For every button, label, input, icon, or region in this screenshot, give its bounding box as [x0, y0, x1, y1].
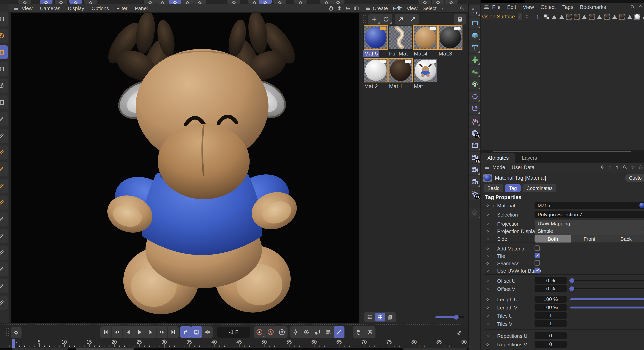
keyframe-dot[interactable]	[485, 221, 490, 227]
globe-button[interactable]: ST	[469, 127, 480, 139]
film-frame-button[interactable]	[191, 326, 202, 338]
maximize-view-icon[interactable]	[352, 5, 361, 12]
viewport-menu-cameras[interactable]: Cameras	[39, 6, 62, 12]
material-item[interactable]	[389, 59, 412, 82]
section-tab-basic[interactable]: Basic	[484, 184, 503, 192]
undo-button[interactable]	[0, 79, 8, 93]
pan-hand-icon[interactable]	[327, 5, 335, 12]
tab-layers[interactable]: Layers	[515, 153, 544, 162]
object-menu-icon[interactable]	[482, 3, 491, 11]
polygons-mode-button[interactable]	[168, 0, 181, 4]
assign-material-button[interactable]	[395, 14, 407, 25]
keyframe-dot[interactable]	[485, 313, 490, 319]
material-menu-view[interactable]: View	[406, 6, 419, 12]
material-menu-icon[interactable]	[364, 5, 372, 12]
checkbox[interactable]	[534, 253, 540, 258]
tag-tri-icon[interactable]	[626, 14, 633, 20]
key-scale-button[interactable]	[312, 326, 323, 338]
edit-object-icon[interactable]	[518, 13, 522, 20]
chevron-tool-a-button[interactable]	[181, 0, 194, 4]
swap-arrows-button[interactable]	[0, 62, 8, 76]
object-menu-object[interactable]: Object	[540, 4, 557, 10]
attribute-menu-icon[interactable]	[482, 163, 491, 171]
field-value[interactable]: Simple	[534, 227, 644, 235]
screen-tool-button[interactable]	[418, 0, 431, 4]
magnet-tool-button[interactable]	[0, 246, 8, 260]
tag-sphere-white-icon[interactable]	[634, 14, 640, 20]
slider-value[interactable]: 0 %	[534, 285, 567, 292]
tag-tri-icon[interactable]	[642, 14, 644, 20]
object-menu-edit[interactable]: Edit	[506, 4, 518, 10]
current-frame-field[interactable]: -1 F	[218, 327, 250, 337]
eyedropper-button[interactable]	[407, 14, 419, 25]
filter-icon[interactable]	[629, 163, 637, 171]
key-position-button[interactable]	[290, 326, 301, 338]
particles-gear-button[interactable]	[469, 79, 480, 90]
edit-hexagon-button[interactable]	[469, 208, 480, 219]
viewport-menu-view[interactable]: View	[20, 6, 34, 12]
attribute-menu-user-data[interactable]: User Data	[510, 164, 536, 170]
tag-sphere-dark-icon[interactable]	[604, 14, 610, 20]
pin-tool-button[interactable]	[228, 0, 240, 4]
number-value[interactable]: 1	[534, 320, 567, 327]
material-item[interactable]	[414, 26, 437, 49]
record-keyframe-button[interactable]	[254, 326, 265, 338]
object-menu-tags[interactable]: Tags	[561, 4, 574, 10]
next-key-button[interactable]	[156, 326, 168, 338]
material-item[interactable]	[364, 26, 388, 49]
tag-tri-icon[interactable]	[551, 14, 557, 20]
nurbs-ellipse-button[interactable]	[469, 54, 480, 65]
expander-icon[interactable]	[491, 203, 496, 208]
target-tool-button[interactable]	[273, 0, 286, 4]
expand-timeline-button[interactable]	[455, 328, 464, 337]
sound-button[interactable]	[202, 326, 213, 338]
layer-view-button[interactable]	[385, 313, 395, 321]
playhead[interactable]	[12, 339, 15, 348]
poly-c-button[interactable]	[0, 196, 8, 210]
panel-tab[interactable]	[481, 0, 525, 3]
material-menu-more[interactable]: ›	[440, 6, 444, 12]
previous-key-button[interactable]	[111, 326, 122, 338]
poly-b-button[interactable]	[0, 179, 8, 193]
tag-tri-icon[interactable]	[596, 14, 602, 20]
previous-frame-button[interactable]	[122, 326, 134, 338]
go-to-start-button[interactable]	[100, 326, 111, 338]
model-mode-button[interactable]	[40, 0, 52, 4]
keyframe-dot[interactable]	[485, 305, 490, 311]
number-value[interactable]: 0	[534, 341, 567, 348]
keyframe-dot[interactable]	[485, 278, 490, 284]
go-to-end-button[interactable]	[168, 326, 179, 338]
snap-tool-button[interactable]	[259, 0, 272, 4]
chevron-tool-d-button[interactable]	[332, 0, 344, 4]
edges-mode-button[interactable]	[156, 0, 169, 4]
keyframe-dot[interactable]	[485, 203, 490, 209]
keyframe-dot[interactable]	[485, 297, 490, 302]
tag-sphere-dark-icon[interactable]	[589, 14, 595, 20]
checkbox[interactable]	[534, 260, 540, 266]
home-icon[interactable]	[637, 3, 644, 11]
text-object-button[interactable]	[469, 42, 480, 53]
move-axis-button[interactable]	[469, 5, 480, 17]
search-icon[interactable]	[458, 5, 466, 12]
cloth-tool-button[interactable]	[0, 296, 8, 310]
camera-play-2-button[interactable]	[469, 176, 480, 188]
number-value[interactable]: 1	[534, 312, 567, 319]
scale-tool-button[interactable]	[0, 229, 8, 243]
viewport-canvas[interactable]	[11, 13, 359, 323]
timeline-scrollbar[interactable]	[0, 348, 468, 350]
slider-value[interactable]: 100 %	[534, 304, 567, 311]
chevron-tool-c-button[interactable]	[320, 0, 333, 4]
points-mode-button[interactable]	[144, 0, 156, 4]
history-back-icon[interactable]	[598, 163, 606, 171]
viewport-menu-icon[interactable]	[12, 5, 20, 12]
search-icon[interactable]	[621, 163, 629, 171]
tag-tri-icon[interactable]	[581, 14, 588, 20]
checkbox[interactable]	[534, 268, 540, 273]
field-value[interactable]: Mat.5	[534, 202, 644, 209]
viewport-menu-panel[interactable]: Panel	[134, 6, 149, 12]
tag-tri-icon[interactable]	[612, 14, 618, 20]
keyframe-dot[interactable]	[485, 246, 490, 252]
light-button[interactable]: ST	[469, 189, 480, 200]
side-option-both[interactable]: Both	[534, 235, 571, 243]
cloud-tool-button[interactable]	[445, 0, 458, 4]
